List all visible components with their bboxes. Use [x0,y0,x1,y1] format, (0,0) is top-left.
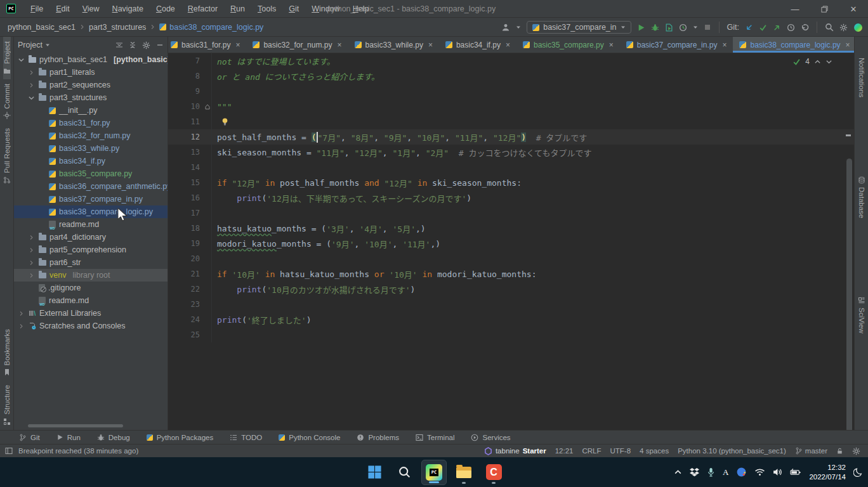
code-line-21[interactable]: 21if '10月' in hatsu_katuo_months or '10月… [168,266,854,282]
layout-icon[interactable] [5,447,13,455]
caret-position[interactable]: 12:21 [555,447,574,455]
tree-item-part1_literals[interactable]: part1_literals [14,66,168,79]
menu-view[interactable]: View [77,3,105,15]
status-message[interactable]: Breakpoint reached (38 minutes ago) [18,447,138,455]
tree-item-__init__.py[interactable]: __init__.py [14,104,168,117]
tool-window-debug[interactable]: Debug [97,434,130,441]
line-number[interactable]: 18 [168,224,204,233]
close-tab-icon[interactable]: × [428,41,433,49]
run-coverage-button[interactable] [665,23,673,32]
minimize-button[interactable]: — [780,0,810,18]
git-branch[interactable]: master [795,447,827,455]
line-number[interactable]: 10 [168,102,204,111]
tree-item-basic37_compare_in.py[interactable]: basic37_compare_in.py [14,193,168,205]
user-icon[interactable] [501,23,510,32]
menu-navigate[interactable]: Navigate [107,3,149,15]
tab-basic38_compare_logic.py[interactable]: basic38_compare_logic.py× [733,37,854,53]
line-number[interactable]: 21 [168,269,204,278]
code-line-24[interactable]: 24print('終了しました') [168,312,854,327]
breadcrumb-item[interactable]: basic38_compare_logic.py [159,23,263,32]
breadcrumb-item[interactable]: python_basic_sec1 [8,23,76,32]
line-number[interactable]: 19 [168,239,204,248]
tree-item-basic31_for.py[interactable]: basic31_for.py [14,117,168,129]
menu-run[interactable]: Run [225,3,251,15]
menu-code[interactable]: Code [150,3,181,15]
tool-window-python-console[interactable]: Python Console [279,434,340,441]
line-number[interactable]: 13 [168,148,204,157]
line-number[interactable]: 20 [168,254,204,263]
chevron-right-icon[interactable] [27,235,36,240]
tree-item-basic38_compare_logic.py[interactable]: basic38_compare_logic.py [14,205,168,218]
tool-button-pull-requests[interactable]: Pull Requests [3,124,11,188]
run-configuration-select[interactable]: basic37_compare_in [527,21,631,34]
tree-item-part4_dictionary[interactable]: part4_dictionary [14,231,168,244]
menu-tools[interactable]: Tools [252,3,282,15]
tree-item-basic34_if.py[interactable]: basic34_if.py [14,155,168,167]
code-line-15[interactable]: 15if "12月" in post_half_months and "12月"… [168,175,854,190]
close-tab-icon[interactable]: × [235,41,240,49]
code-line-12[interactable]: 12post_half_months = ("7月", "8月", "9月", … [168,129,854,145]
line-number[interactable]: 12 [168,133,204,141]
chevron-right-icon[interactable] [27,82,36,88]
tool-window-python-packages[interactable]: Python Packages [147,434,214,441]
tool-window-git[interactable]: Git [19,434,40,441]
code-line-18[interactable]: 18hatsu_katuo_months = ('3月', '4月', '5月'… [168,221,854,236]
line-number[interactable]: 14 [168,163,204,172]
python-interpreter[interactable]: Python 3.10 (python_basic_sec1) [678,447,786,455]
tool-window-problems[interactable]: Problems [357,434,399,441]
tab-basic37_compare_in.py[interactable]: basic37_compare_in.py× [620,37,733,53]
code-line-8[interactable]: 8or と and についてさらっと紹介します。 [168,68,854,84]
tool-window-run[interactable]: Run [56,434,81,441]
volume-icon[interactable] [773,468,782,476]
close-tab-icon[interactable]: × [722,41,727,49]
hidden-icons-chevron-icon[interactable] [674,468,682,476]
next-problem-icon[interactable] [825,58,832,65]
taskbar-file-explorer[interactable] [451,460,477,485]
line-number[interactable]: 11 [168,117,204,126]
tool-button-database[interactable]: Database [858,172,865,223]
taskbar-pycharm[interactable]: PC [421,460,447,485]
chevron-right-icon[interactable] [27,70,36,75]
line-number[interactable]: 17 [168,209,204,218]
prev-problem-icon[interactable] [814,58,821,65]
code-line-10[interactable]: 10""" [168,99,854,114]
tree-item-basic35_compare.py[interactable]: basic35_compare.py [14,167,168,180]
readonly-toggle-icon[interactable] [836,448,843,455]
menu-refactor[interactable]: Refactor [182,3,223,15]
tool-window-services[interactable]: Services [471,434,510,441]
chevron-down-icon[interactable] [27,94,36,101]
tree-item-python_basic_sec1[interactable]: python_basic_sec1[python_basic]D:¥ [14,53,168,66]
horizontal-scrollbar[interactable] [28,424,123,427]
tabnine-icon[interactable] [853,23,863,32]
rollback-button[interactable] [801,23,809,32]
chevron-right-icon[interactable] [27,273,36,278]
code-line-9[interactable]: 9 [168,84,854,99]
code-line-16[interactable]: 16 print('12月は、下半期であって、スキーシーズンの月です') [168,190,854,205]
line-number[interactable]: 22 [168,285,204,294]
taskbar-clock[interactable]: 12:32 2022/07/14 [809,463,846,482]
git-commit-button[interactable] [759,23,767,32]
tabnine-status[interactable]: tabnine Starter [484,447,546,455]
settings-button[interactable] [839,23,848,32]
search-everywhere-button[interactable] [825,23,834,32]
close-tab-icon[interactable]: × [846,41,850,49]
tree-item-part3_structures[interactable]: part3_structures [14,91,168,104]
code-line-19[interactable]: 19modori_katuo_months = ('9月', '10月', '1… [168,236,854,251]
code-line-23[interactable]: 23 [168,297,854,312]
code-line-11[interactable]: 11 [168,114,854,129]
code-line-17[interactable]: 17 [168,205,854,221]
taskbar-camtasia[interactable]: C [481,460,506,485]
focus-assist-icon[interactable] [853,467,863,477]
intention-bulb-icon[interactable] [221,117,229,126]
editor-scrollbar[interactable] [846,159,852,430]
tool-button-notifications[interactable]: Notifications [858,53,865,102]
code-line-20[interactable]: 20 [168,251,854,266]
profiler-button[interactable] [679,23,687,32]
tree-item-basic33_while.py[interactable]: basic33_while.py [14,142,168,155]
code-line-22[interactable]: 22 print('10月のカツオが水揚げされる月です') [168,282,854,297]
tab-basic31_for.py[interactable]: basic31_for.py× [168,37,246,53]
menu-git[interactable]: Git [283,3,305,15]
line-number[interactable]: 24 [168,315,204,324]
tree-item-part2_sequences[interactable]: part2_sequences [14,79,168,91]
hide-panel-button[interactable] [156,41,164,49]
